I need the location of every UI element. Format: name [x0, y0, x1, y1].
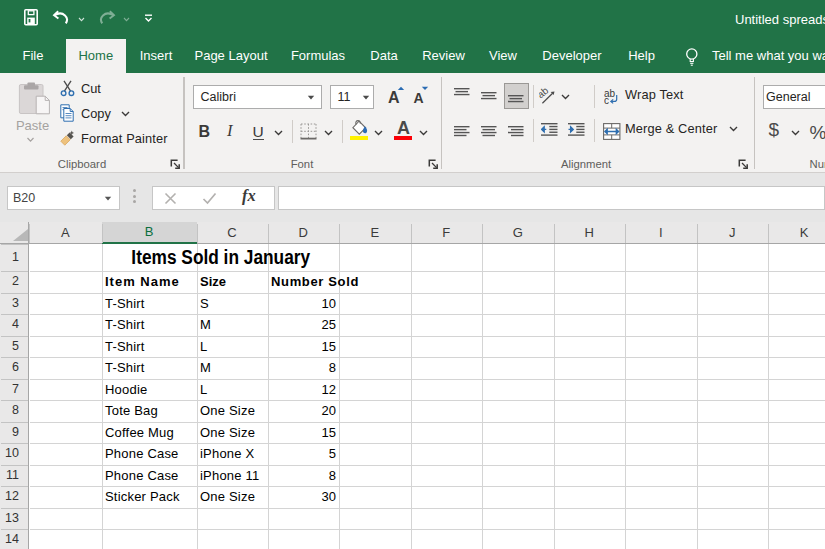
svg-text:c: c [604, 95, 609, 105]
svg-text:ab: ab [539, 88, 551, 100]
